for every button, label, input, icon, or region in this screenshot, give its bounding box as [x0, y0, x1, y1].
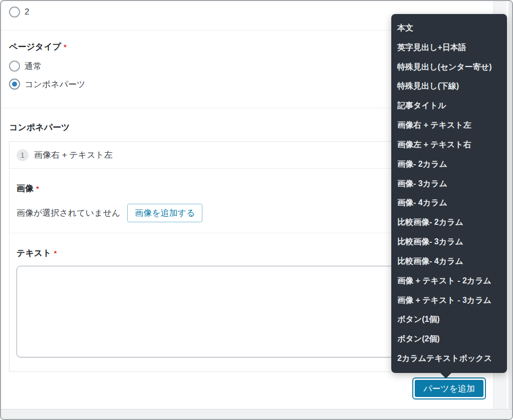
required-asterisk: *	[54, 249, 57, 257]
popup-item[interactable]: ボタン(2個)	[391, 329, 507, 349]
popup-item-link[interactable]: ボタン(1個)	[397, 314, 440, 325]
popup-item[interactable]: 2カラムテキストボックス	[391, 349, 507, 368]
repeater-row-title: 画像右 + テキスト左	[34, 149, 113, 161]
popup-item-link[interactable]: 本文	[397, 23, 413, 34]
popup-item-link[interactable]: 英字見出し+日本語	[397, 43, 466, 53]
radio-input-compone[interactable]	[9, 79, 20, 90]
popup-item-link[interactable]: 比較画像- 4カラム	[397, 256, 463, 267]
popup-item[interactable]: 比較画像- 3カラム	[391, 232, 507, 252]
popup-item-link[interactable]: 特殊見出し(センター寄せ)	[397, 62, 492, 73]
popup-item-link[interactable]: 比較画像- 2カラム	[397, 217, 463, 228]
required-asterisk: *	[36, 184, 39, 193]
radio-input-normal[interactable]	[9, 61, 20, 72]
popup-item-link[interactable]: 画像左 + テキスト右	[397, 140, 471, 150]
popup-item-link[interactable]: 画像- 2カラム	[397, 159, 447, 170]
popup-item[interactable]: 画像 + テキスト - 2カラム	[391, 271, 507, 291]
popup-item[interactable]: 特殊見出し(センター寄せ)	[391, 58, 507, 77]
popup-caret	[440, 372, 452, 378]
radio-option-2[interactable]: 2	[9, 7, 29, 18]
popup-item-list: 本文 英字見出し+日本語 特殊見出し(センター寄せ) 特殊見出し(下線) 記事タ…	[391, 19, 507, 368]
acf-form-panel: 2 ページタイプ* 通常 コンポネパーツ コンポネパーツ 1 画像右 + テキス…	[0, 0, 513, 420]
popup-item-link[interactable]: ボタン(2個)	[397, 334, 440, 344]
popup-item[interactable]: 画像右 + テキスト左	[391, 116, 507, 135]
add-parts-button-focus-ring: パーツを追加	[412, 377, 486, 399]
popup-item[interactable]: 画像- 3カラム	[391, 174, 507, 194]
add-image-button[interactable]: 画像を追加する	[127, 204, 202, 222]
image-empty-text: 画像が選択されていません	[17, 207, 120, 219]
popup-item-link[interactable]: 画像- 4カラム	[397, 198, 447, 208]
popup-item[interactable]: ボタン(1個)	[391, 310, 507, 329]
scrollbar-thumb[interactable]	[508, 1, 512, 419]
popup-item[interactable]: 比較画像- 2カラム	[391, 213, 507, 232]
popup-item[interactable]: 比較画像- 4カラム	[391, 252, 507, 271]
parts-type-popup: 本文 英字見出し+日本語 特殊見出し(センター寄せ) 特殊見出し(下線) 記事タ…	[391, 14, 507, 373]
popup-item-link[interactable]: 特殊見出し(下線)	[397, 81, 459, 92]
popup-item-link[interactable]: 画像- 3カラム	[397, 179, 447, 189]
image-label-text: 画像	[17, 184, 34, 193]
popup-item[interactable]: 記事タイトル	[391, 96, 507, 116]
popup-item[interactable]: 本文	[391, 19, 507, 38]
popup-item[interactable]: 画像- 4カラム	[391, 193, 507, 213]
radio-label-normal: 通常	[25, 61, 42, 72]
popup-item-link[interactable]: 記事タイトル	[397, 101, 446, 111]
radio-input-2[interactable]	[9, 7, 20, 18]
radio-label-compone: コンポネパーツ	[25, 79, 85, 90]
popup-item[interactable]: 画像- 2カラム	[391, 155, 507, 174]
popup-item[interactable]: 特殊見出し(下線)	[391, 77, 507, 96]
popup-item-link[interactable]: 画像 + テキスト - 3カラム	[397, 295, 491, 306]
text-label-text: テキスト	[17, 248, 52, 258]
page-background-bottom	[1, 409, 512, 419]
popup-item[interactable]: 英字見出し+日本語	[391, 38, 507, 58]
popup-item-link[interactable]: 画像 + テキスト - 2カラム	[397, 276, 491, 286]
row-order-badge: 1	[17, 149, 29, 161]
page-type-label-text: ページタイプ	[9, 42, 61, 52]
popup-item[interactable]: 画像左 + テキスト右	[391, 135, 507, 155]
required-asterisk: *	[64, 43, 67, 51]
popup-item-link[interactable]: 2カラムテキストボックス	[397, 353, 492, 364]
radio-label-2: 2	[25, 7, 29, 17]
popup-item[interactable]: 画像 + テキスト - 3カラム	[391, 291, 507, 310]
popup-item-link[interactable]: 画像右 + テキスト左	[397, 120, 471, 131]
add-parts-button[interactable]: パーツを追加	[415, 380, 483, 397]
popup-item-link[interactable]: 比較画像- 3カラム	[397, 237, 463, 247]
